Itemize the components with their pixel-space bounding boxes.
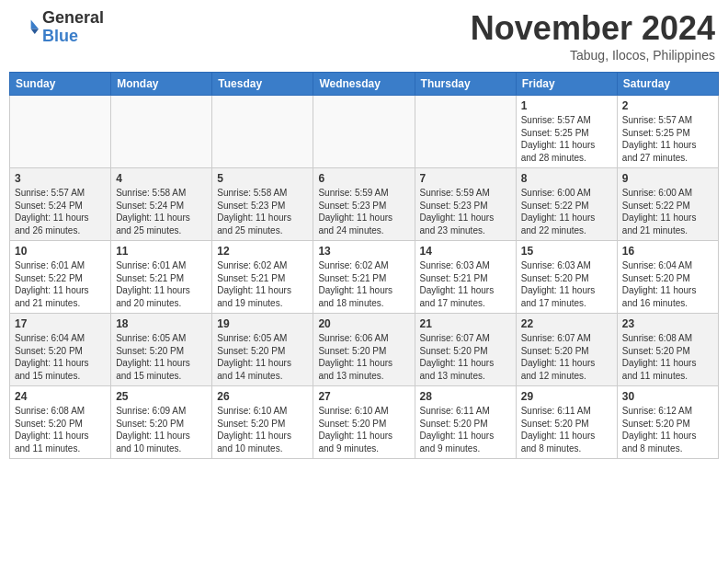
col-wednesday: Wednesday: [313, 73, 415, 96]
day-number: 28: [420, 390, 511, 403]
calendar-cell: 6Sunrise: 5:59 AM Sunset: 5:23 PM Daylig…: [313, 168, 415, 241]
calendar-cell: [10, 96, 111, 168]
day-info: Sunrise: 6:10 AM Sunset: 5:20 PM Dayligh…: [318, 405, 409, 454]
calendar-cell: 26Sunrise: 6:10 AM Sunset: 5:20 PM Dayli…: [212, 386, 313, 459]
day-number: 12: [217, 245, 308, 258]
calendar-cell: 24Sunrise: 6:08 AM Sunset: 5:20 PM Dayli…: [10, 386, 111, 459]
day-info: Sunrise: 6:06 AM Sunset: 5:20 PM Dayligh…: [318, 332, 409, 382]
day-info: Sunrise: 6:02 AM Sunset: 5:21 PM Dayligh…: [318, 259, 409, 309]
day-number: 5: [217, 172, 308, 185]
day-number: 10: [15, 245, 106, 258]
calendar-week-1: 1Sunrise: 5:57 AM Sunset: 5:25 PM Daylig…: [10, 96, 719, 168]
day-info: Sunrise: 5:57 AM Sunset: 5:25 PM Dayligh…: [521, 114, 612, 164]
calendar-cell: 7Sunrise: 5:59 AM Sunset: 5:23 PM Daylig…: [415, 168, 516, 241]
calendar-cell: 30Sunrise: 6:12 AM Sunset: 5:20 PM Dayli…: [617, 386, 718, 459]
calendar-cell: 25Sunrise: 6:09 AM Sunset: 5:20 PM Dayli…: [111, 386, 212, 459]
calendar-cell: [111, 96, 212, 168]
day-info: Sunrise: 6:01 AM Sunset: 5:21 PM Dayligh…: [116, 259, 207, 309]
logo: General Blue: [13, 9, 104, 46]
day-info: Sunrise: 6:10 AM Sunset: 5:20 PM Dayligh…: [217, 405, 308, 454]
col-thursday: Thursday: [415, 73, 516, 96]
day-info: Sunrise: 6:00 AM Sunset: 5:22 PM Dayligh…: [521, 187, 612, 236]
calendar-table: Sunday Monday Tuesday Wednesday Thursday…: [9, 72, 719, 459]
calendar-cell: 15Sunrise: 6:03 AM Sunset: 5:20 PM Dayli…: [516, 241, 617, 314]
calendar-week-3: 10Sunrise: 6:01 AM Sunset: 5:22 PM Dayli…: [10, 241, 719, 314]
day-info: Sunrise: 6:03 AM Sunset: 5:21 PM Dayligh…: [420, 259, 511, 309]
calendar-cell: 20Sunrise: 6:06 AM Sunset: 5:20 PM Dayli…: [313, 314, 415, 386]
day-info: Sunrise: 6:12 AM Sunset: 5:20 PM Dayligh…: [622, 405, 713, 454]
day-info: Sunrise: 5:57 AM Sunset: 5:24 PM Dayligh…: [15, 187, 106, 236]
page-header: General Blue November 2024 Tabug, Ilocos…: [9, 9, 719, 63]
calendar-cell: 22Sunrise: 6:07 AM Sunset: 5:20 PM Dayli…: [516, 314, 617, 386]
calendar-header-row: Sunday Monday Tuesday Wednesday Thursday…: [10, 73, 719, 96]
logo-icon: [13, 15, 39, 40]
day-info: Sunrise: 6:11 AM Sunset: 5:20 PM Dayligh…: [420, 405, 511, 454]
calendar-cell: [212, 96, 313, 168]
day-info: Sunrise: 5:59 AM Sunset: 5:23 PM Dayligh…: [318, 187, 409, 236]
day-number: 24: [15, 390, 106, 403]
day-number: 6: [318, 172, 409, 185]
day-info: Sunrise: 6:11 AM Sunset: 5:20 PM Dayligh…: [521, 405, 612, 454]
svg-marker-0: [31, 19, 39, 29]
calendar-cell: 14Sunrise: 6:03 AM Sunset: 5:21 PM Dayli…: [415, 241, 516, 314]
calendar-cell: 9Sunrise: 6:00 AM Sunset: 5:22 PM Daylig…: [617, 168, 718, 241]
calendar-cell: 17Sunrise: 6:04 AM Sunset: 5:20 PM Dayli…: [10, 314, 111, 386]
day-info: Sunrise: 6:04 AM Sunset: 5:20 PM Dayligh…: [622, 259, 713, 309]
day-number: 29: [521, 390, 612, 403]
calendar-cell: 11Sunrise: 6:01 AM Sunset: 5:21 PM Dayli…: [111, 241, 212, 314]
calendar-week-5: 24Sunrise: 6:08 AM Sunset: 5:20 PM Dayli…: [10, 386, 719, 459]
day-number: 20: [318, 317, 409, 330]
col-friday: Friday: [516, 73, 617, 96]
day-number: 17: [15, 317, 106, 330]
col-saturday: Saturday: [617, 73, 718, 96]
calendar-cell: 28Sunrise: 6:11 AM Sunset: 5:20 PM Dayli…: [415, 386, 516, 459]
day-info: Sunrise: 6:00 AM Sunset: 5:22 PM Dayligh…: [622, 187, 713, 236]
day-number: 23: [622, 317, 713, 330]
calendar-title: November 2024: [471, 9, 715, 48]
day-number: 14: [420, 245, 511, 258]
calendar-cell: 23Sunrise: 6:08 AM Sunset: 5:20 PM Dayli…: [617, 314, 718, 386]
calendar-cell: 13Sunrise: 6:02 AM Sunset: 5:21 PM Dayli…: [313, 241, 415, 314]
day-number: 26: [217, 390, 308, 403]
calendar-cell: 19Sunrise: 6:05 AM Sunset: 5:20 PM Dayli…: [212, 314, 313, 386]
calendar-cell: 1Sunrise: 5:57 AM Sunset: 5:25 PM Daylig…: [516, 96, 617, 168]
day-info: Sunrise: 5:57 AM Sunset: 5:25 PM Dayligh…: [622, 114, 713, 164]
day-number: 27: [318, 390, 409, 403]
day-info: Sunrise: 6:09 AM Sunset: 5:20 PM Dayligh…: [116, 405, 207, 454]
calendar-cell: 27Sunrise: 6:10 AM Sunset: 5:20 PM Dayli…: [313, 386, 415, 459]
calendar-cell: 2Sunrise: 5:57 AM Sunset: 5:25 PM Daylig…: [617, 96, 718, 168]
calendar-cell: 18Sunrise: 6:05 AM Sunset: 5:20 PM Dayli…: [111, 314, 212, 386]
day-number: 2: [622, 99, 713, 112]
day-info: Sunrise: 6:07 AM Sunset: 5:20 PM Dayligh…: [521, 332, 612, 382]
day-number: 15: [521, 245, 612, 258]
calendar-cell: 3Sunrise: 5:57 AM Sunset: 5:24 PM Daylig…: [10, 168, 111, 241]
col-tuesday: Tuesday: [212, 73, 313, 96]
calendar-location: Tabug, Ilocos, Philippines: [471, 48, 715, 63]
logo-general-text: General: [42, 9, 104, 28]
day-number: 22: [521, 317, 612, 330]
calendar-week-2: 3Sunrise: 5:57 AM Sunset: 5:24 PM Daylig…: [10, 168, 719, 241]
col-sunday: Sunday: [10, 73, 111, 96]
day-number: 11: [116, 245, 207, 258]
day-info: Sunrise: 6:04 AM Sunset: 5:20 PM Dayligh…: [15, 332, 106, 382]
day-number: 9: [622, 172, 713, 185]
calendar-cell: 21Sunrise: 6:07 AM Sunset: 5:20 PM Dayli…: [415, 314, 516, 386]
day-number: 7: [420, 172, 511, 185]
day-info: Sunrise: 6:08 AM Sunset: 5:20 PM Dayligh…: [15, 405, 106, 454]
day-info: Sunrise: 6:02 AM Sunset: 5:21 PM Dayligh…: [217, 259, 308, 309]
calendar-cell: 5Sunrise: 5:58 AM Sunset: 5:23 PM Daylig…: [212, 168, 313, 241]
day-info: Sunrise: 6:03 AM Sunset: 5:20 PM Dayligh…: [521, 259, 612, 309]
day-number: 19: [217, 317, 308, 330]
calendar-cell: 4Sunrise: 5:58 AM Sunset: 5:24 PM Daylig…: [111, 168, 212, 241]
logo-blue-text: Blue: [42, 28, 104, 46]
day-info: Sunrise: 6:05 AM Sunset: 5:20 PM Dayligh…: [217, 332, 308, 382]
day-info: Sunrise: 6:01 AM Sunset: 5:22 PM Dayligh…: [15, 259, 106, 309]
day-info: Sunrise: 6:05 AM Sunset: 5:20 PM Dayligh…: [116, 332, 207, 382]
calendar-cell: [313, 96, 415, 168]
calendar-cell: 10Sunrise: 6:01 AM Sunset: 5:22 PM Dayli…: [10, 241, 111, 314]
day-info: Sunrise: 6:08 AM Sunset: 5:20 PM Dayligh…: [622, 332, 713, 382]
day-number: 4: [116, 172, 207, 185]
day-number: 16: [622, 245, 713, 258]
svg-marker-1: [31, 29, 39, 34]
calendar-cell: 16Sunrise: 6:04 AM Sunset: 5:20 PM Dayli…: [617, 241, 718, 314]
